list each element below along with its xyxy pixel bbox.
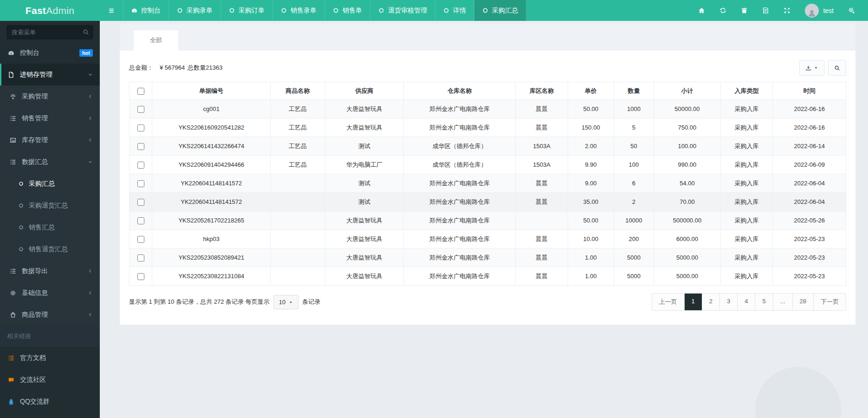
column-header[interactable]: 单据编号 bbox=[152, 82, 271, 100]
table-cell: 6 bbox=[614, 174, 654, 193]
export-icon bbox=[805, 65, 811, 71]
column-header[interactable]: 单价 bbox=[568, 82, 614, 100]
tab-all[interactable]: 全部 bbox=[134, 30, 178, 51]
sidebar-item-商品管理[interactable]: 商品管理 bbox=[0, 304, 100, 326]
sidebar-item-官方文档[interactable]: 官方文档 bbox=[0, 347, 100, 369]
column-header[interactable]: 库区名称 bbox=[516, 82, 568, 100]
table-row[interactable]: YK2206041148141572测试郑州金水广电南路仓库晨晨9.00654.… bbox=[130, 174, 846, 193]
table-cell: 2022-06-04 bbox=[773, 174, 846, 193]
page-number[interactable]: 1 bbox=[684, 294, 702, 310]
sidebar-item-进销存管理[interactable]: 进销存管理 bbox=[0, 64, 100, 85]
nav-tab[interactable]: 控制台 bbox=[123, 0, 169, 21]
docs-icon[interactable] bbox=[762, 7, 769, 14]
nav-tab[interactable]: 详情 bbox=[435, 0, 474, 21]
table-row[interactable]: YKS2206141432266474工艺品测试成华区（德邦仓库）1503A2.… bbox=[130, 137, 846, 156]
page-number[interactable]: 5 bbox=[755, 294, 772, 310]
nav-tab-label: 销售录单 bbox=[291, 7, 317, 15]
sidebar-item-库存管理[interactable]: 库存管理 bbox=[0, 129, 100, 151]
nav-tab[interactable]: 销售单 bbox=[325, 0, 370, 21]
table-row[interactable]: YKS2205230822131084大唐益智玩具郑州金水广电南路仓库晨晨1.0… bbox=[130, 267, 846, 286]
export-button[interactable] bbox=[799, 60, 824, 76]
row-checkbox[interactable] bbox=[137, 255, 144, 261]
page-next-button[interactable]: 下一页 bbox=[813, 294, 846, 310]
home-icon[interactable] bbox=[698, 7, 705, 14]
column-header[interactable]: 小计 bbox=[654, 82, 721, 100]
sidebar-item-数据导出[interactable]: 数据导出 bbox=[0, 260, 100, 282]
row-checkbox[interactable] bbox=[137, 217, 144, 224]
row-checkbox[interactable] bbox=[137, 162, 144, 169]
pagination-info-prefix: 显示第 1 到第 10 条记录，总共 272 条记录 每页显示 bbox=[129, 298, 270, 306]
column-header[interactable]: 时间 bbox=[773, 82, 846, 100]
sidebar-item-基础信息[interactable]: 基础信息 bbox=[0, 282, 100, 304]
table-cell: 成华区（德邦仓库） bbox=[404, 156, 516, 174]
page-size-select[interactable]: 10 bbox=[273, 295, 298, 309]
table-row[interactable]: cg001工艺品大唐益智玩具郑州金水广电南路仓库晨晨50.00100050000… bbox=[130, 100, 846, 118]
total-amount-label: 总金额： bbox=[129, 64, 153, 71]
page-prev-button[interactable]: 上一页 bbox=[652, 294, 684, 310]
row-checkbox[interactable] bbox=[137, 143, 144, 150]
column-header[interactable]: 商品名称 bbox=[271, 82, 325, 100]
nav-tab-label: 采购汇总 bbox=[492, 7, 518, 15]
table-row[interactable]: YKS2205261702218265大唐益智玩具郑州金水广电南路仓库50.00… bbox=[130, 211, 846, 230]
column-header[interactable]: 供应商 bbox=[325, 82, 404, 100]
nav-tab[interactable]: 销售录单 bbox=[273, 0, 325, 21]
nav-tab[interactable]: 采购汇总 bbox=[474, 0, 526, 21]
table-cell: 5000.00 bbox=[654, 267, 721, 286]
search-button[interactable] bbox=[828, 60, 846, 76]
table-cell: 测试 bbox=[325, 193, 404, 211]
trash-icon[interactable] bbox=[741, 7, 748, 14]
row-checkbox[interactable] bbox=[137, 199, 144, 206]
table-cell: 9.00 bbox=[568, 174, 614, 193]
sidebar-item-交流社区[interactable]: 交流社区 bbox=[0, 369, 100, 391]
table-cell: 工艺品 bbox=[271, 137, 325, 156]
refresh-icon[interactable] bbox=[719, 7, 726, 14]
table-row[interactable]: YK2206041148141572测试郑州金水广电南路仓库晨晨35.00270… bbox=[130, 193, 846, 211]
column-header[interactable]: 仓库名称 bbox=[404, 82, 516, 100]
row-checkbox[interactable] bbox=[137, 106, 144, 113]
menu-item-label: 数据汇总 bbox=[22, 158, 48, 166]
row-checkbox[interactable] bbox=[137, 180, 144, 187]
table-row[interactable]: YKS2206091404294466工艺品华为电脑工厂成华区（德邦仓库）150… bbox=[130, 156, 846, 174]
row-checkbox[interactable] bbox=[137, 236, 144, 243]
table-row[interactable]: hkp03大唐益智玩具郑州金水广电南路仓库晨晨10.002006000.00采购… bbox=[130, 230, 846, 248]
sidebar-item-控制台[interactable]: 控制台hot bbox=[0, 42, 100, 64]
sidebar-item-采购退货汇总[interactable]: 采购退货汇总 bbox=[0, 195, 100, 216]
table-cell bbox=[271, 230, 325, 248]
table-cell: YK2206041148141572 bbox=[152, 174, 271, 193]
page-number[interactable]: 4 bbox=[737, 294, 755, 310]
menu-item-label: QQ交流群 bbox=[20, 398, 50, 406]
row-checkbox[interactable] bbox=[137, 273, 144, 280]
page-number[interactable]: 2 bbox=[702, 294, 719, 310]
sidebar-toggle-button[interactable] bbox=[100, 0, 123, 21]
table-cell: 大唐益智玩具 bbox=[325, 230, 404, 248]
sidebar-item-采购管理[interactable]: 采购管理 bbox=[0, 85, 100, 107]
row-checkbox[interactable] bbox=[137, 124, 144, 131]
page-number[interactable]: 3 bbox=[719, 294, 737, 310]
table-cell: 2022-06-09 bbox=[773, 156, 846, 174]
nav-tab[interactable]: 采购录单 bbox=[169, 0, 221, 21]
sidebar-item-采购汇总[interactable]: 采购汇总 bbox=[0, 173, 100, 195]
sidebar-item-数据汇总[interactable]: 数据汇总 bbox=[0, 151, 100, 173]
sidebar-item-QQ交流群[interactable]: QQ交流群 bbox=[0, 391, 100, 412]
table-cell: 1.00 bbox=[568, 267, 614, 286]
fullscreen-icon[interactable] bbox=[784, 7, 790, 14]
select-all-checkbox[interactable] bbox=[137, 88, 144, 95]
table-cell: 200 bbox=[614, 230, 654, 248]
user-menu[interactable]: test bbox=[805, 4, 834, 18]
column-header[interactable]: 数量 bbox=[614, 82, 654, 100]
page-number[interactable]: 28 bbox=[792, 294, 813, 310]
table-cell bbox=[271, 267, 325, 286]
sidebar-item-销售汇总[interactable]: 销售汇总 bbox=[0, 216, 100, 238]
table-row[interactable]: YKS2205230852089421大唐益智玩具郑州金水广电南路仓库晨晨1.0… bbox=[130, 248, 846, 267]
table-row[interactable]: YKS2206160920541282工艺品大唐益智玩具郑州金水广电南路仓库晨晨… bbox=[130, 118, 846, 137]
menu-search-input[interactable] bbox=[6, 25, 93, 39]
app-logo[interactable]: FastAdmin bbox=[0, 0, 100, 21]
nav-tab[interactable]: 退货审核管理 bbox=[370, 0, 435, 21]
nav-tab[interactable]: 采购订单 bbox=[221, 0, 273, 21]
table-cell: 2022-05-26 bbox=[773, 211, 846, 230]
sidebar-item-销售管理[interactable]: 销售管理 bbox=[0, 107, 100, 129]
column-header[interactable]: 入库类型 bbox=[720, 82, 773, 100]
sidebar-item-销售退货汇总[interactable]: 销售退货汇总 bbox=[0, 238, 100, 260]
settings-gear-icon[interactable] bbox=[848, 7, 855, 14]
list-icon bbox=[9, 159, 17, 165]
